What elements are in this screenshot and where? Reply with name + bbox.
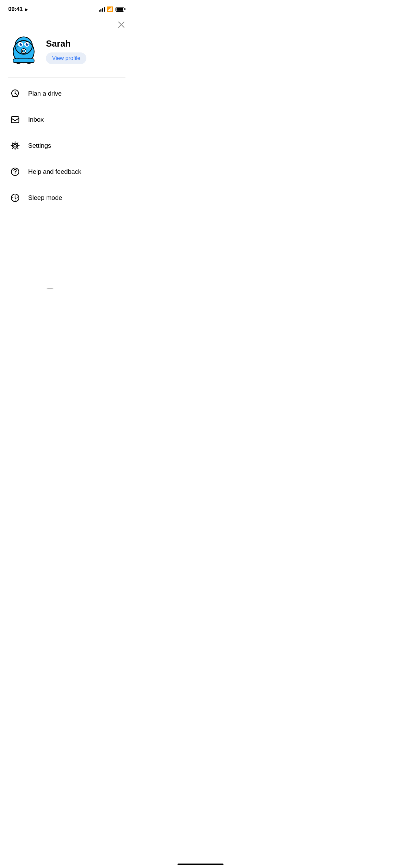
svg-point-10 bbox=[21, 43, 22, 44]
menu-item-settings[interactable]: Settings bbox=[0, 133, 134, 159]
close-button[interactable] bbox=[116, 19, 127, 30]
inbox-icon bbox=[10, 114, 21, 125]
svg-rect-14 bbox=[22, 52, 26, 53]
svg-point-24 bbox=[14, 144, 16, 147]
svg-point-25 bbox=[13, 143, 18, 148]
svg-point-27 bbox=[15, 173, 16, 174]
sleep-mode-label: Sleep mode bbox=[28, 194, 62, 202]
status-icons: 📶 bbox=[99, 6, 125, 12]
battery-icon bbox=[116, 7, 125, 12]
avatar bbox=[8, 36, 39, 67]
status-time: 09:41 bbox=[8, 6, 23, 13]
signal-icon bbox=[99, 7, 105, 12]
profile-name: Sarah bbox=[46, 38, 86, 49]
touch-indicator bbox=[41, 288, 59, 289]
inbox-label: Inbox bbox=[28, 116, 44, 123]
plan-drive-label: Plan a drive bbox=[28, 90, 62, 97]
svg-rect-23 bbox=[11, 117, 19, 123]
profile-info: Sarah View profile bbox=[46, 38, 86, 64]
menu-item-sleep[interactable]: Sleep mode bbox=[0, 185, 134, 211]
profile-section: Sarah View profile bbox=[0, 15, 134, 77]
menu-list: Plan a drive Inbox Settings bbox=[0, 78, 134, 214]
location-icon: ▶ bbox=[25, 7, 28, 12]
settings-icon bbox=[10, 140, 21, 151]
status-bar: 09:41 ▶ 📶 bbox=[0, 0, 134, 15]
help-label: Help and feedback bbox=[28, 168, 81, 176]
menu-item-plan-drive[interactable]: Plan a drive bbox=[0, 81, 134, 107]
svg-point-11 bbox=[27, 43, 28, 44]
menu-item-inbox[interactable]: Inbox bbox=[0, 107, 134, 133]
map-clock-icon bbox=[10, 88, 21, 99]
settings-label: Settings bbox=[28, 142, 51, 149]
help-icon bbox=[10, 166, 21, 177]
sleep-icon bbox=[10, 192, 21, 203]
wifi-icon: 📶 bbox=[107, 6, 113, 12]
view-profile-button[interactable]: View profile bbox=[46, 52, 86, 64]
svg-point-22 bbox=[15, 93, 16, 94]
svg-rect-19 bbox=[13, 59, 34, 63]
menu-item-help[interactable]: Help and feedback bbox=[0, 159, 134, 185]
